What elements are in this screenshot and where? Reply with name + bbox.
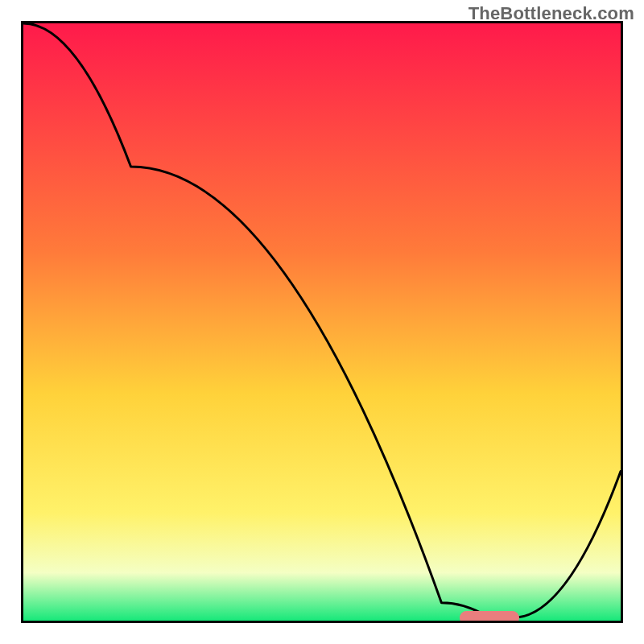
plot-frame [21, 21, 623, 623]
plot-inner [23, 23, 621, 621]
watermark-text: TheBottleneck.com [469, 3, 634, 24]
optimal-zone-marker [460, 611, 519, 623]
bottleneck-curve [23, 23, 621, 621]
chart-container: TheBottleneck.com [0, 0, 644, 644]
